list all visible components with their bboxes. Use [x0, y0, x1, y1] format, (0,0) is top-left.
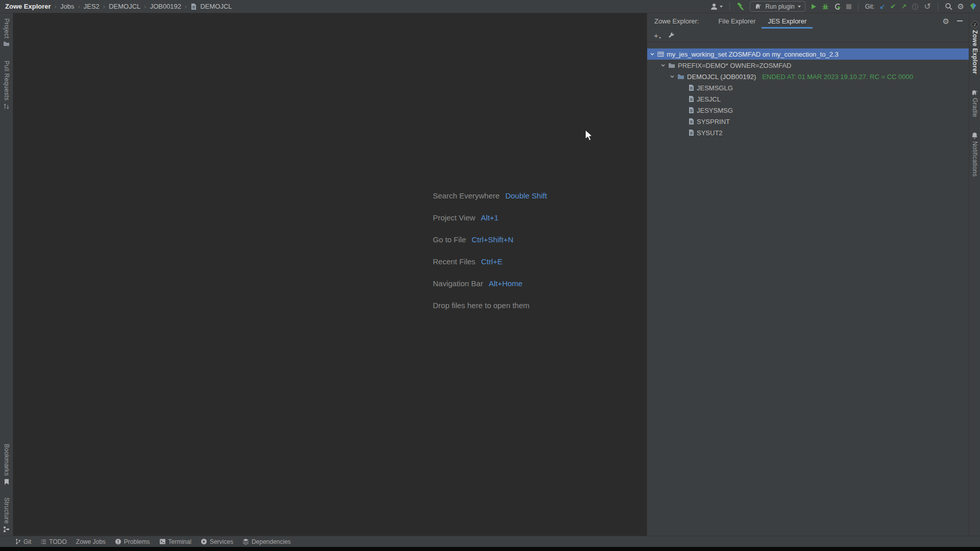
tool-window-label: Notifications [971, 141, 978, 177]
tree-row-spool-file[interactable]: JESMSGLG [647, 82, 969, 93]
tool-window-structure[interactable]: Structure [3, 497, 10, 533]
tool-window-label: Bookmarks [3, 444, 10, 476]
todo-list-icon [40, 539, 46, 545]
shortcut-label: Go to File [433, 235, 466, 244]
main-toolbar: Zowe Explorer › Jobs › JES2 › DEMOJCL › … [0, 0, 980, 13]
user-account-button[interactable] [710, 2, 723, 12]
services-icon [201, 538, 207, 545]
tool-window-problems[interactable]: Problems [115, 538, 150, 545]
tool-window-label: Zowe Explorer [971, 30, 978, 74]
tool-window-label: Zowe Jobs [76, 538, 106, 545]
build-hammer-icon[interactable] [737, 3, 745, 11]
problems-icon [115, 538, 121, 545]
wrench-icon[interactable] [668, 32, 675, 39]
spool-file-icon [688, 95, 694, 103]
shortcut-keys: Double Shift [505, 191, 547, 200]
spool-file-label: JESMSGLG [697, 84, 733, 92]
folder-icon [3, 41, 10, 46]
tool-window-label: Git [23, 538, 31, 545]
shortcut-keys: Alt+Home [488, 279, 522, 288]
chevron-right-icon: › [103, 3, 105, 10]
working-set-label: my_jes_working_set ZOSMFAD on my_connect… [667, 51, 839, 58]
git-push-icon[interactable]: ↗ [901, 3, 906, 10]
panel-toolbar: + [647, 29, 969, 42]
tool-window-zowe-explorer[interactable]: Z Zowe Explorer [971, 21, 978, 74]
pull-request-icon [3, 103, 10, 110]
tree-row-job[interactable]: DEMOJCL (JOB00192) ENDED AT: 01 MAR 2023… [647, 71, 969, 82]
user-icon [710, 3, 718, 11]
settings-gear-icon[interactable]: ⚙ [958, 3, 964, 10]
shortcut-keys: Ctrl+E [481, 257, 502, 266]
tool-window-label: Terminal [168, 538, 191, 545]
chevron-right-icon: › [78, 3, 80, 10]
structure-icon [3, 526, 10, 533]
spool-file-icon [688, 107, 694, 114]
caret-down-icon [659, 37, 661, 39]
breadcrumb-item[interactable]: Jobs [60, 3, 74, 10]
git-update-icon[interactable]: ↙ [879, 3, 885, 10]
tool-window-pull-requests[interactable]: Pull Requests [3, 61, 10, 110]
shortcut-hints: Search Everywhere Double Shift Project V… [433, 185, 547, 316]
chevron-down-icon[interactable] [650, 52, 655, 57]
tool-window-terminal[interactable]: Terminal [159, 538, 191, 545]
bookmark-icon [4, 479, 9, 485]
add-working-set-button[interactable]: + [654, 32, 661, 39]
bottom-tool-stripe: Git TODO Zowe Jobs Problems Terminal Ser… [0, 536, 980, 547]
tree-row-spool-file[interactable]: JESYSMSG [647, 105, 969, 116]
dependencies-layers-icon [242, 538, 249, 545]
tool-window-notifications[interactable]: Notifications [971, 132, 978, 177]
right-tool-stripe: Z Zowe Explorer Gradle Notifications [969, 13, 980, 536]
tool-window-bookmarks[interactable]: Bookmarks [3, 444, 10, 485]
shortcut-keys: Alt+1 [481, 213, 499, 222]
spool-file-label: SYSUT2 [697, 129, 723, 137]
ide-gem-icon[interactable] [969, 3, 977, 10]
git-label: Git: [865, 3, 875, 10]
bottom-black-strip [0, 547, 980, 551]
history-clock-icon [912, 3, 919, 10]
terminal-icon [159, 538, 166, 545]
gradle-elephant-icon [754, 4, 762, 9]
tree-row-working-set[interactable]: my_jes_working_set ZOSMFAD on my_connect… [647, 48, 969, 60]
tree-row-spool-file[interactable]: JESJCL [647, 93, 969, 105]
breadcrumb-item[interactable]: DEMOJCL [200, 3, 232, 10]
search-everywhere-icon[interactable] [945, 3, 952, 10]
panel-settings-gear-icon[interactable]: ⚙ [943, 17, 949, 25]
plus-icon: + [654, 32, 658, 39]
hide-panel-icon[interactable] [957, 20, 963, 21]
shortcut-row: Recent Files Ctrl+E [433, 251, 547, 272]
breadcrumb-item[interactable]: Zowe Explorer [5, 3, 51, 10]
tab-jes-explorer[interactable]: JES Explorer [762, 13, 813, 29]
rollback-icon[interactable]: ↺ [924, 3, 930, 11]
tool-window-services[interactable]: Services [201, 538, 233, 545]
chevron-right-icon: › [144, 3, 146, 10]
tree-row-spool-file[interactable]: SYSPRINT [647, 116, 969, 127]
tool-window-dependencies[interactable]: Dependencies [242, 538, 291, 545]
breadcrumb-item[interactable]: DEMOJCL [109, 3, 140, 10]
working-set-icon [657, 51, 664, 57]
debug-bug-icon[interactable] [822, 3, 829, 10]
tree-row-spool-file[interactable]: SYSUT2 [647, 127, 969, 138]
tool-window-label: Dependencies [252, 538, 291, 545]
chevron-down-icon[interactable] [660, 63, 666, 68]
tool-window-gradle[interactable]: Gradle [971, 90, 978, 117]
profiler-icon[interactable] [834, 3, 841, 10]
filter-label: PREFIX=DEMO* OWNER=ZOSMFAD [678, 62, 791, 69]
toolbar-separator [938, 3, 938, 11]
tool-window-todo[interactable]: TODO [40, 538, 66, 545]
tab-file-explorer[interactable]: File Explorer [712, 13, 762, 29]
drop-files-hint: Drop files here to open them [433, 301, 529, 310]
breadcrumb-item[interactable]: JES2 [84, 3, 100, 10]
run-configuration-dropdown[interactable]: Run plugin [750, 1, 805, 12]
tree-row-filter[interactable]: PREFIX=DEMO* OWNER=ZOSMFAD [647, 60, 969, 71]
tool-window-git[interactable]: Git [15, 538, 31, 545]
run-play-icon[interactable] [811, 4, 817, 10]
file-icon [190, 3, 197, 10]
git-commit-check-icon[interactable]: ✔ [890, 3, 896, 10]
tool-window-project[interactable]: Project [3, 18, 10, 46]
tool-window-label: Problems [124, 538, 150, 545]
tool-window-label: Structure [3, 497, 10, 523]
tool-window-zowe-jobs[interactable]: Zowe Jobs [76, 538, 106, 545]
chevron-down-icon[interactable] [670, 74, 675, 79]
tool-window-label: Gradle [971, 98, 978, 117]
breadcrumb-item[interactable]: JOB00192 [150, 3, 181, 10]
